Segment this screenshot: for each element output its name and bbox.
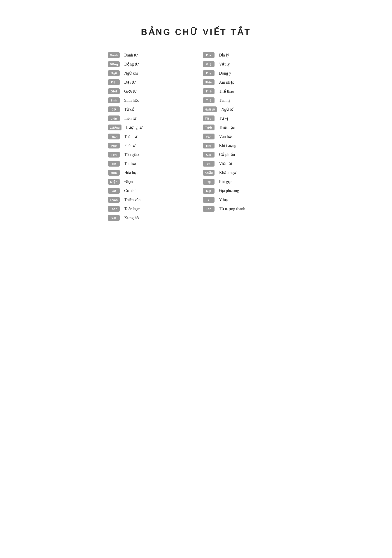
list-item: NhạcÂm nhạc — [203, 78, 284, 87]
list-item: C.pCổ phiếu — [203, 150, 284, 159]
list-item: LiênLiên từ — [108, 114, 189, 123]
list-item: V.lýVật lý — [203, 60, 284, 69]
abbreviation-badge: T.văn — [108, 197, 120, 203]
abbreviation-badge: Ngữ tố — [203, 106, 217, 112]
abbreviation-definition: Vật lý — [219, 62, 230, 67]
list-item: DanhDanh từ — [108, 51, 189, 60]
abbreviation-definition: Địa phương — [219, 188, 239, 193]
abbreviation-badge: Nhạc — [203, 79, 214, 85]
list-item: v.tViết tắt — [203, 159, 284, 168]
abbreviation-definition: Tin học — [124, 161, 137, 166]
list-item: NgữNgữ khí — [108, 69, 189, 78]
list-item: ToánToán học — [108, 204, 189, 213]
abbreviation-badge: Giới — [108, 88, 120, 94]
abbreviation-definition: Toán học — [124, 206, 140, 211]
abbreviation-definition: Điện — [124, 179, 133, 184]
abbreviation-badge: Tôn — [108, 152, 120, 157]
list-item: YY học — [203, 195, 284, 204]
page-title: BẢNG CHỮ VIẾT TẮT — [108, 27, 284, 37]
abbreviation-definition: Danh từ — [124, 53, 138, 58]
list-item: T.vănThiên văn — [108, 195, 189, 204]
abbreviation-definition: Cơ khí — [124, 188, 136, 193]
abbreviation-badge: Đ.p — [203, 188, 214, 194]
abbreviation-definition: Văn học — [219, 134, 233, 139]
abbreviation-badge: Cơ — [108, 188, 120, 194]
abbreviation-badge: v.t — [203, 161, 214, 166]
abbreviation-definition: Viết tắt — [219, 161, 232, 166]
list-item: HóaHóa học — [108, 168, 189, 177]
abbreviation-badge: Y — [203, 197, 214, 203]
list-item: SinhSinh học — [108, 96, 189, 105]
abbreviation-badge: C.p — [203, 152, 214, 157]
list-item: RgRút gọn — [203, 177, 284, 186]
abbreviation-badge: Điện — [108, 179, 120, 185]
abbreviation-definition: Khẩu ngữ — [219, 170, 236, 175]
list-item: KhíKhí tượng — [203, 141, 284, 150]
abbreviation-badge: Khẩu — [203, 170, 214, 176]
right-column: ĐịaĐịa lýV.lýVật lýĐ.yĐông yNhạcÂm nhạcT… — [203, 51, 284, 222]
abbreviation-definition: Triết học — [219, 125, 235, 130]
abbreviation-definition: Âm nhạc — [219, 80, 235, 85]
abbreviation-badge: Thán — [108, 134, 120, 140]
abbreviation-definition: Tôn giáo — [124, 152, 139, 157]
abbreviation-definition: Rút gọn — [219, 179, 233, 184]
abbreviation-definition: Xưng hô — [124, 215, 139, 220]
abbreviation-definition: Đại từ — [124, 80, 136, 85]
abbreviation-badge: Toán — [108, 206, 120, 212]
abbreviation-definition: Cổ phiếu — [219, 152, 235, 157]
list-item: PhóPhó từ — [108, 141, 189, 150]
abbreviation-badge: Triết — [203, 124, 214, 131]
list-item: ĐộngĐộng từ — [108, 60, 189, 69]
abbreviation-definition: Khí tượng — [219, 143, 236, 148]
abbreviation-badge: V.lý — [203, 61, 214, 67]
abbreviation-badge: Văn — [203, 134, 214, 140]
list-item: TriếtTriết học — [203, 123, 284, 132]
abbreviation-badge: Ngữ — [108, 70, 120, 76]
list-item: x.hXưng hô — [108, 213, 189, 222]
left-column: DanhDanh từĐộngĐộng từNgữNgữ khíĐạiĐại t… — [108, 51, 189, 222]
abbreviation-definition: Tâm lý — [219, 98, 231, 103]
abbreviation-definition: Ngữ tố — [221, 107, 233, 112]
abbreviation-definition: Phó từ — [124, 143, 135, 148]
page: BẢNG CHỮ VIẾT TẮT DanhDanh từĐộngĐộng từ… — [94, 0, 298, 558]
list-item: T.thTừ tượng thanh — [203, 204, 284, 213]
abbreviation-badge: Liên — [108, 115, 120, 121]
abbreviation-definition: Thán từ — [124, 134, 137, 139]
abbreviation-badge: Động — [108, 61, 120, 67]
abbreviation-badge: Địa — [203, 52, 214, 58]
list-item: T.lýTâm lý — [203, 96, 284, 105]
abbreviation-definition: Địa lý — [219, 53, 229, 58]
list-item: ThểThể thao — [203, 87, 284, 96]
abbreviation-badge: Thể — [203, 88, 214, 94]
abbreviation-definition: Từ vị — [219, 116, 228, 121]
abbreviation-definition: Hóa học — [124, 170, 138, 175]
list-item: Đ.pĐịa phương — [203, 186, 284, 195]
abbreviation-table: DanhDanh từĐộngĐộng từNgữNgữ khíĐạiĐại t… — [108, 51, 284, 222]
abbreviation-definition: Sinh học — [124, 98, 139, 103]
abbreviation-definition: Ngữ khí — [124, 71, 138, 76]
abbreviation-badge: Khí — [203, 143, 214, 148]
abbreviation-badge: Rg — [203, 179, 214, 185]
abbreviation-definition: Liên từ — [124, 116, 136, 121]
abbreviation-badge: Cổ — [108, 106, 120, 112]
abbreviation-badge: Đại — [108, 79, 120, 85]
abbreviation-badge: Hóa — [108, 170, 120, 176]
abbreviation-definition: Thể thao — [219, 89, 234, 94]
abbreviation-badge: Đ.y — [203, 70, 214, 76]
abbreviation-badge: T.lý — [203, 97, 214, 103]
list-item: Từ vịTừ vị — [203, 114, 284, 123]
abbreviation-badge: Lượng — [108, 124, 121, 131]
abbreviation-badge: x.h — [108, 215, 120, 221]
list-item: TinTin học — [108, 159, 189, 168]
list-item: ĐịaĐịa lý — [203, 51, 284, 60]
list-item: KhẩuKhẩu ngữ — [203, 168, 284, 177]
abbreviation-definition: Từ cổ — [124, 107, 134, 112]
abbreviation-definition: Giới từ — [124, 89, 136, 94]
abbreviation-badge: Phó — [108, 143, 120, 148]
abbreviation-badge: Tin — [108, 161, 120, 166]
list-item: CổTừ cổ — [108, 105, 189, 114]
abbreviation-definition: Động từ — [124, 62, 138, 67]
abbreviation-definition: Từ tượng thanh — [219, 206, 245, 211]
list-item: ĐiệnĐiện — [108, 177, 189, 186]
abbreviation-definition: Đông y — [219, 71, 231, 76]
